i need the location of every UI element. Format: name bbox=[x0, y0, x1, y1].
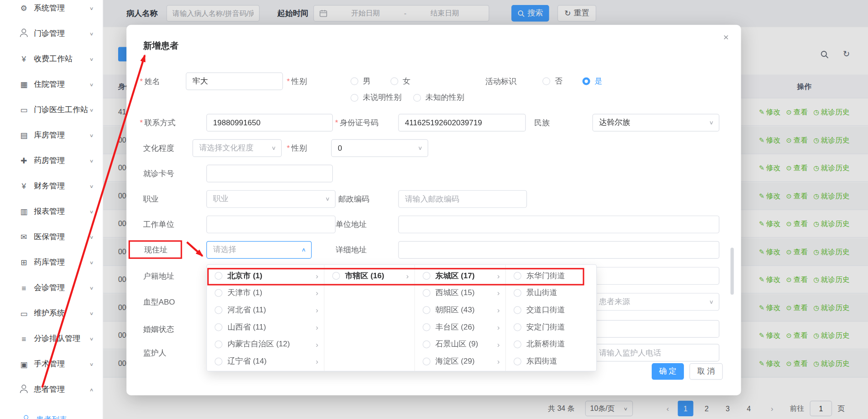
cascader-option-tianjin[interactable]: 天津市 (1)› bbox=[207, 284, 324, 301]
contact-input[interactable] bbox=[206, 114, 333, 132]
cascader-option-neimenggu[interactable]: 内蒙古自治区 (12)› bbox=[207, 335, 324, 353]
close-icon[interactable]: × bbox=[720, 31, 732, 44]
active-flag-radio-no[interactable]: 否 bbox=[543, 73, 563, 90]
detail-address-input[interactable] bbox=[398, 241, 719, 259]
guardian-phone-input[interactable] bbox=[592, 344, 719, 361]
name-input[interactable] bbox=[186, 73, 283, 90]
sidebar-item-patient-list[interactable]: 患者列表 bbox=[0, 407, 103, 419]
sidebar-item-charging-workstation[interactable]: ¥ 收费工作站 ∨ bbox=[0, 46, 103, 72]
cascader-option-chaoyang[interactable]: 朝阳区 (43)› bbox=[415, 301, 505, 319]
gender-radio-female[interactable]: 女 bbox=[390, 73, 410, 90]
sidebar-item-system-management[interactable]: ⚙ 系统管理 ∨ bbox=[0, 0, 103, 21]
cascader-option-jingshan[interactable]: 景山街道 bbox=[506, 284, 596, 301]
cascader-option-andingmen[interactable]: 安定门街道 bbox=[506, 318, 596, 335]
radio-icon[interactable] bbox=[423, 271, 430, 279]
sidebar-item-report-management[interactable]: ▥ 报表管理 ∨ bbox=[0, 199, 103, 224]
cascader-option-liaoning[interactable]: 辽宁省 (14)› bbox=[207, 353, 324, 370]
sidebar-item-outpatient-management[interactable]: 门诊管理 ∨ bbox=[0, 21, 103, 46]
cancel-button[interactable]: 取 消 bbox=[689, 363, 723, 380]
occupation-label: 职业 bbox=[143, 190, 159, 208]
gender-radio-male[interactable]: 男 bbox=[350, 73, 370, 90]
radio-icon[interactable] bbox=[215, 306, 222, 314]
id-number-label: *身份证号码 bbox=[335, 114, 379, 132]
modal-scrollbar[interactable] bbox=[730, 248, 733, 295]
gender-code-select[interactable]: 0 ∨ bbox=[331, 139, 429, 157]
cascader-option-shijingshan[interactable]: 石景山区 (9)› bbox=[415, 335, 505, 353]
sidebar-item-triage-queue-management[interactable]: ≡ 分诊排队管理 ∨ bbox=[0, 326, 103, 351]
sidebar-item-patient-management[interactable]: 患者管理 ∧ bbox=[0, 377, 103, 402]
visit-card-label: 就诊卡号 bbox=[143, 165, 174, 182]
radio-icon[interactable] bbox=[215, 289, 222, 296]
chevron-right-icon: › bbox=[316, 306, 319, 314]
contact-label: *联系方式 bbox=[140, 114, 176, 132]
cascader-option-dongcheng[interactable]: 东城区 (17)› bbox=[415, 267, 505, 284]
sidebar-item-outpatient-doctor-workstation[interactable]: ▭ 门诊医生工作站 ∨ bbox=[0, 97, 103, 123]
radio-icon[interactable] bbox=[215, 340, 222, 348]
education-select[interactable]: 请选择文化程度 ∨ bbox=[193, 139, 282, 157]
postal-code-input[interactable] bbox=[398, 190, 527, 208]
cascader-option-fengtai[interactable]: 丰台区 (26)› bbox=[415, 318, 505, 335]
chevron-down-icon: ∨ bbox=[89, 5, 94, 11]
radio-icon[interactable] bbox=[215, 323, 222, 331]
radio-icon[interactable] bbox=[215, 357, 222, 365]
chevron-down-icon: ∨ bbox=[89, 285, 94, 291]
id-number-input[interactable] bbox=[398, 114, 526, 132]
cascader-option-shanxi[interactable]: 山西省 (11)› bbox=[207, 318, 324, 335]
chevron-right-icon: › bbox=[406, 271, 409, 280]
radio-icon[interactable] bbox=[514, 271, 521, 279]
patient-source-select[interactable]: 患者来源 ∨ bbox=[592, 293, 719, 311]
current-address-cascader[interactable]: 请选择 ∧ bbox=[206, 241, 312, 259]
cascader-option-donghuamen[interactable]: 东华门街道 bbox=[506, 267, 596, 284]
sidebar-item-drugstore-management[interactable]: ⊞ 药库管理 ∨ bbox=[0, 250, 103, 275]
radio-icon[interactable] bbox=[332, 271, 340, 279]
radio-icon[interactable] bbox=[514, 323, 521, 331]
occupation-select[interactable]: 职业 ∨ bbox=[206, 190, 335, 208]
work-address-input[interactable] bbox=[398, 216, 719, 233]
sidebar-item-warehouse-management[interactable]: ▤ 库房管理 ∨ bbox=[0, 123, 103, 148]
cascader-option-dongsi[interactable]: 东四街道 bbox=[506, 353, 596, 370]
sidebar-item-insurance-management[interactable]: ✉ 医保管理 ∨ bbox=[0, 224, 103, 250]
list-icon: ≡ bbox=[19, 284, 29, 292]
household-address-label: 户籍地址 bbox=[143, 267, 174, 285]
confirm-button[interactable]: 确 定 bbox=[652, 363, 684, 380]
cascader-option-beijing[interactable]: 北京市 (1)› bbox=[207, 267, 324, 284]
cascader-option-haidian[interactable]: 海淀区 (29)› bbox=[415, 353, 505, 370]
chevron-down-icon: ∨ bbox=[89, 107, 94, 113]
radio-icon[interactable] bbox=[423, 357, 430, 365]
radio-icon[interactable] bbox=[423, 323, 430, 331]
chevron-down-icon: ∨ bbox=[89, 183, 94, 189]
work-unit-input[interactable] bbox=[206, 216, 335, 233]
sidebar-item-consultation-management[interactable]: ≡ 会诊管理 ∨ bbox=[0, 275, 103, 301]
marital-right-input[interactable] bbox=[592, 320, 719, 338]
radio-icon[interactable] bbox=[423, 289, 430, 296]
gender-radio-unknown[interactable]: 未知的性别 bbox=[413, 89, 464, 107]
mail-icon: ✉ bbox=[19, 233, 29, 242]
radio-icon[interactable] bbox=[514, 306, 521, 314]
sidebar-item-finance-management[interactable]: ¥ 财务管理 ∨ bbox=[0, 173, 103, 199]
radio-icon[interactable] bbox=[514, 357, 521, 365]
sidebar-item-maintenance-system[interactable]: ▭ 维护系统 ∨ bbox=[0, 301, 103, 326]
visit-card-input[interactable] bbox=[206, 165, 333, 182]
radio-icon[interactable] bbox=[423, 306, 430, 314]
chevron-right-icon: › bbox=[316, 288, 319, 297]
radio-icon[interactable] bbox=[514, 289, 521, 296]
ethnicity-select[interactable]: 达斡尔族 ∨ bbox=[592, 114, 719, 132]
household-detail-input[interactable] bbox=[592, 267, 719, 285]
blood-type-label: 血型ABO bbox=[143, 293, 175, 311]
active-flag-radio-yes[interactable]: 是 bbox=[583, 73, 603, 90]
outpatient-people-icon bbox=[19, 29, 29, 39]
radio-icon[interactable] bbox=[423, 340, 430, 348]
cascader-option-xicheng[interactable]: 西城区 (15)› bbox=[415, 284, 505, 301]
radio-icon[interactable] bbox=[215, 271, 222, 279]
cascader-option-jiaodaokou[interactable]: 交道口街道 bbox=[506, 301, 596, 319]
sidebar-item-surgery-management[interactable]: ▣ 手术管理 ∨ bbox=[0, 351, 103, 377]
gender-radio-unstated[interactable]: 未说明性别 bbox=[350, 89, 401, 107]
name-label: *姓名 bbox=[140, 73, 160, 90]
cascader-option-hebei[interactable]: 河北省 (11)› bbox=[207, 301, 324, 319]
radio-icon[interactable] bbox=[514, 340, 521, 348]
guardian-label: 监护人 bbox=[143, 344, 166, 361]
sidebar-item-inpatient-management[interactable]: ▦ 住院管理 ∨ bbox=[0, 72, 103, 97]
sidebar-item-pharmacy-management[interactable]: ✚ 药房管理 ∨ bbox=[0, 148, 103, 173]
cascader-option-beixinqiao[interactable]: 北新桥街道 bbox=[506, 335, 596, 353]
cascader-option-shixiaqu[interactable]: 市辖区 (16)› bbox=[324, 267, 414, 284]
